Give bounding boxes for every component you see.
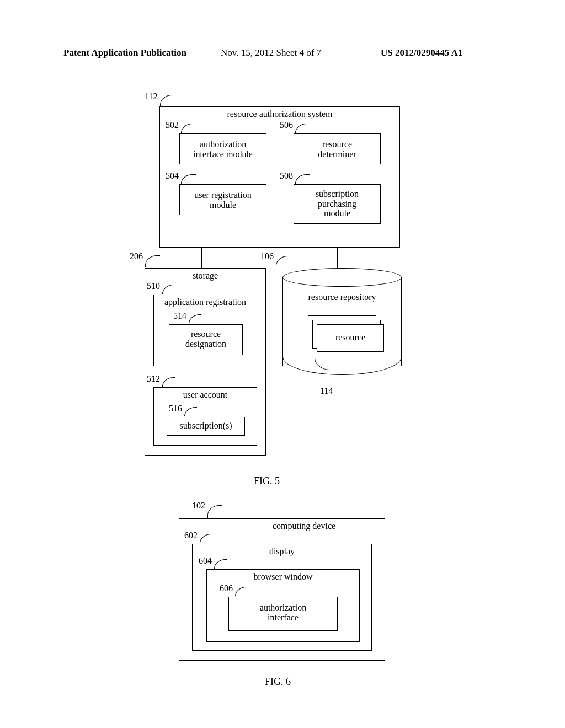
lead-206: [145, 255, 160, 267]
box-subscriptions: subscription(s): [167, 417, 245, 436]
label-cd-title: computing device: [179, 519, 385, 531]
ref-512: 512: [147, 374, 160, 384]
connector-112-to-repo: [337, 248, 338, 269]
box-subscription-purchasing-module: subscription purchasing module: [294, 184, 381, 224]
box-user-registration-module: user registration module: [179, 184, 266, 215]
lead-112: [160, 95, 178, 106]
figure-6-caption: FIG. 6: [265, 676, 291, 688]
box-authorization-interface-module: authorization interface module: [179, 133, 266, 164]
label-bw-title: browser window: [207, 570, 359, 582]
label-appreg-title: application registration: [154, 295, 257, 307]
resource-card-front: resource: [317, 324, 384, 352]
lead-106: [276, 256, 291, 269]
label-ras-title: resource authorization system: [160, 107, 399, 119]
box-resource-determiner: resource determiner: [294, 133, 381, 164]
cylinder-resource-repository: resource repository resource: [282, 268, 402, 375]
connector-112-to-storage: [201, 248, 202, 268]
ref-114: 114: [320, 386, 333, 396]
ref-516: 516: [169, 404, 182, 414]
ref-606: 606: [220, 584, 233, 593]
header-left: Patent Application Publication: [63, 47, 186, 58]
ref-508: 508: [280, 171, 293, 181]
figure-5-caption: FIG. 5: [254, 475, 280, 487]
label-useracct-title: user account: [154, 388, 257, 400]
label-display-title: display: [193, 544, 371, 556]
box-resource-designation: resource designation: [169, 324, 243, 355]
label-repo-title: resource repository: [282, 292, 402, 302]
header-mid: Nov. 15, 2012 Sheet 4 of 7: [221, 47, 321, 58]
label-storage-title: storage: [145, 269, 265, 281]
box-authorization-interface: authorization interface: [228, 597, 338, 631]
ref-604: 604: [199, 556, 212, 566]
ref-602: 602: [184, 531, 198, 540]
lead-102: [207, 505, 222, 518]
ref-506: 506: [280, 120, 293, 130]
ref-112: 112: [145, 92, 157, 101]
ref-514: 514: [173, 311, 186, 321]
header-right: US 2012/0290445 A1: [381, 47, 462, 58]
ref-504: 504: [166, 171, 179, 181]
ref-206: 206: [130, 251, 143, 261]
ref-510: 510: [147, 281, 160, 291]
ref-502: 502: [166, 120, 179, 130]
page: Patent Application Publication Nov. 15, …: [0, 0, 565, 728]
ref-106: 106: [260, 251, 274, 261]
box-user-account: user account: [153, 387, 257, 446]
ref-102: 102: [192, 501, 205, 511]
